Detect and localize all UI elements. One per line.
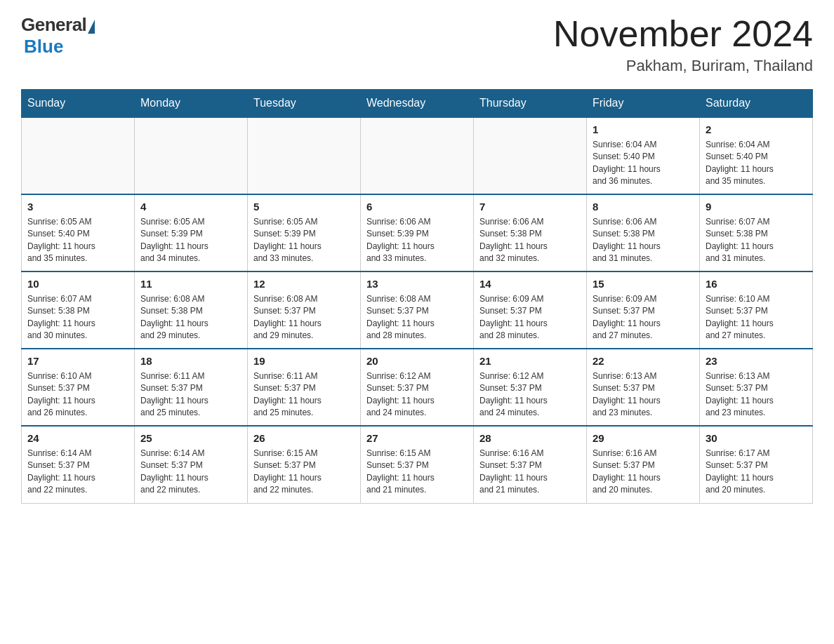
- calendar-subtitle: Pakham, Buriram, Thailand: [553, 57, 813, 75]
- day-info: Sunrise: 6:04 AM Sunset: 5:40 PM Dayligh…: [593, 139, 694, 188]
- calendar-cell: 6Sunrise: 6:06 AM Sunset: 5:39 PM Daylig…: [361, 194, 474, 271]
- calendar-cell: 4Sunrise: 6:05 AM Sunset: 5:39 PM Daylig…: [135, 194, 248, 271]
- day-number: 10: [27, 276, 128, 292]
- day-number: 5: [253, 199, 355, 215]
- calendar-cell: [22, 117, 135, 194]
- calendar-cell: 30Sunrise: 6:17 AM Sunset: 5:37 PM Dayli…: [700, 426, 813, 503]
- day-info: Sunrise: 6:11 AM Sunset: 5:37 PM Dayligh…: [140, 370, 241, 420]
- calendar-cell: 14Sunrise: 6:09 AM Sunset: 5:37 PM Dayli…: [474, 271, 587, 349]
- day-number: 13: [366, 276, 468, 292]
- day-info: Sunrise: 6:13 AM Sunset: 5:37 PM Dayligh…: [593, 370, 694, 420]
- calendar-cell: 9Sunrise: 6:07 AM Sunset: 5:38 PM Daylig…: [700, 194, 813, 271]
- calendar-cell: 5Sunrise: 6:05 AM Sunset: 5:39 PM Daylig…: [248, 194, 361, 271]
- day-info: Sunrise: 6:15 AM Sunset: 5:37 PM Dayligh…: [366, 448, 468, 497]
- day-info: Sunrise: 6:10 AM Sunset: 5:37 PM Dayligh…: [706, 293, 807, 342]
- calendar-cell: 20Sunrise: 6:12 AM Sunset: 5:37 PM Dayli…: [361, 349, 474, 426]
- calendar-header: Sunday Monday Tuesday Wednesday Thursday…: [22, 90, 813, 118]
- day-info: Sunrise: 6:12 AM Sunset: 5:37 PM Dayligh…: [479, 370, 581, 420]
- day-number: 8: [593, 199, 694, 215]
- header-tuesday: Tuesday: [248, 90, 361, 118]
- calendar-cell: 22Sunrise: 6:13 AM Sunset: 5:37 PM Dayli…: [587, 349, 700, 426]
- day-number: 6: [366, 199, 468, 215]
- day-number: 7: [479, 199, 581, 215]
- day-info: Sunrise: 6:06 AM Sunset: 5:39 PM Dayligh…: [366, 216, 468, 265]
- day-info: Sunrise: 6:08 AM Sunset: 5:38 PM Dayligh…: [140, 293, 241, 342]
- header-wednesday: Wednesday: [361, 90, 474, 118]
- day-number: 14: [479, 276, 581, 292]
- calendar-cell: 27Sunrise: 6:15 AM Sunset: 5:37 PM Dayli…: [361, 426, 474, 503]
- calendar-cell: 17Sunrise: 6:10 AM Sunset: 5:37 PM Dayli…: [22, 349, 135, 426]
- day-number: 23: [706, 354, 807, 369]
- calendar-title: November 2024: [553, 14, 813, 54]
- week-row-2: 10Sunrise: 6:07 AM Sunset: 5:38 PM Dayli…: [22, 271, 813, 349]
- week-row-4: 24Sunrise: 6:14 AM Sunset: 5:37 PM Dayli…: [22, 426, 813, 503]
- day-number: 25: [140, 431, 241, 446]
- calendar-cell: 3Sunrise: 6:05 AM Sunset: 5:40 PM Daylig…: [22, 194, 135, 271]
- day-number: 29: [593, 431, 694, 446]
- calendar-cell: 25Sunrise: 6:14 AM Sunset: 5:37 PM Dayli…: [135, 426, 248, 503]
- logo: General Blue: [21, 14, 95, 58]
- calendar-cell: 26Sunrise: 6:15 AM Sunset: 5:37 PM Dayli…: [248, 426, 361, 503]
- day-info: Sunrise: 6:07 AM Sunset: 5:38 PM Dayligh…: [706, 216, 807, 265]
- day-number: 22: [593, 354, 694, 369]
- day-number: 11: [140, 276, 241, 292]
- calendar-cell: [135, 117, 248, 194]
- day-info: Sunrise: 6:14 AM Sunset: 5:37 PM Dayligh…: [27, 448, 128, 497]
- calendar-cell: 23Sunrise: 6:13 AM Sunset: 5:37 PM Dayli…: [700, 349, 813, 426]
- day-number: 27: [366, 431, 468, 446]
- logo-general-text: General: [21, 14, 86, 36]
- calendar-cell: 7Sunrise: 6:06 AM Sunset: 5:38 PM Daylig…: [474, 194, 587, 271]
- day-info: Sunrise: 6:04 AM Sunset: 5:40 PM Dayligh…: [706, 139, 807, 188]
- day-number: 4: [140, 199, 241, 215]
- logo-triangle-icon: [88, 20, 95, 34]
- header-thursday: Thursday: [474, 90, 587, 118]
- day-number: 2: [706, 122, 807, 137]
- day-number: 12: [253, 276, 355, 292]
- day-info: Sunrise: 6:09 AM Sunset: 5:37 PM Dayligh…: [593, 293, 694, 342]
- header-friday: Friday: [587, 90, 700, 118]
- day-info: Sunrise: 6:08 AM Sunset: 5:37 PM Dayligh…: [366, 293, 468, 342]
- header-saturday: Saturday: [700, 90, 813, 118]
- week-row-3: 17Sunrise: 6:10 AM Sunset: 5:37 PM Dayli…: [22, 349, 813, 426]
- day-number: 28: [479, 431, 581, 446]
- day-info: Sunrise: 6:16 AM Sunset: 5:37 PM Dayligh…: [479, 448, 581, 497]
- calendar-table: Sunday Monday Tuesday Wednesday Thursday…: [21, 89, 813, 504]
- day-number: 26: [253, 431, 355, 446]
- calendar-cell: [248, 117, 361, 194]
- header-sunday: Sunday: [22, 90, 135, 118]
- page-header: General Blue November 2024 Pakham, Burir…: [21, 14, 813, 75]
- day-number: 17: [27, 354, 128, 369]
- day-info: Sunrise: 6:05 AM Sunset: 5:39 PM Dayligh…: [253, 216, 355, 265]
- calendar-body: 1Sunrise: 6:04 AM Sunset: 5:40 PM Daylig…: [22, 117, 813, 503]
- calendar-cell: [474, 117, 587, 194]
- day-info: Sunrise: 6:06 AM Sunset: 5:38 PM Dayligh…: [479, 216, 581, 265]
- header-row: Sunday Monday Tuesday Wednesday Thursday…: [22, 90, 813, 118]
- calendar-cell: 16Sunrise: 6:10 AM Sunset: 5:37 PM Dayli…: [700, 271, 813, 349]
- day-number: 24: [27, 431, 128, 446]
- calendar-cell: 19Sunrise: 6:11 AM Sunset: 5:37 PM Dayli…: [248, 349, 361, 426]
- day-info: Sunrise: 6:05 AM Sunset: 5:39 PM Dayligh…: [140, 216, 241, 265]
- week-row-1: 3Sunrise: 6:05 AM Sunset: 5:40 PM Daylig…: [22, 194, 813, 271]
- day-info: Sunrise: 6:13 AM Sunset: 5:37 PM Dayligh…: [706, 370, 807, 420]
- day-info: Sunrise: 6:05 AM Sunset: 5:40 PM Dayligh…: [27, 216, 128, 265]
- day-number: 3: [27, 199, 128, 215]
- day-number: 21: [479, 354, 581, 369]
- header-monday: Monday: [135, 90, 248, 118]
- day-number: 1: [593, 122, 694, 137]
- calendar-cell: 8Sunrise: 6:06 AM Sunset: 5:38 PM Daylig…: [587, 194, 700, 271]
- day-info: Sunrise: 6:16 AM Sunset: 5:37 PM Dayligh…: [593, 448, 694, 497]
- day-number: 19: [253, 354, 355, 369]
- calendar-cell: 29Sunrise: 6:16 AM Sunset: 5:37 PM Dayli…: [587, 426, 700, 503]
- day-info: Sunrise: 6:06 AM Sunset: 5:38 PM Dayligh…: [593, 216, 694, 265]
- day-info: Sunrise: 6:15 AM Sunset: 5:37 PM Dayligh…: [253, 448, 355, 497]
- logo-blue-text: Blue: [24, 36, 63, 58]
- calendar-cell: 28Sunrise: 6:16 AM Sunset: 5:37 PM Dayli…: [474, 426, 587, 503]
- calendar-cell: 10Sunrise: 6:07 AM Sunset: 5:38 PM Dayli…: [22, 271, 135, 349]
- calendar-cell: 15Sunrise: 6:09 AM Sunset: 5:37 PM Dayli…: [587, 271, 700, 349]
- day-number: 20: [366, 354, 468, 369]
- day-info: Sunrise: 6:14 AM Sunset: 5:37 PM Dayligh…: [140, 448, 241, 497]
- day-number: 15: [593, 276, 694, 292]
- calendar-cell: 13Sunrise: 6:08 AM Sunset: 5:37 PM Dayli…: [361, 271, 474, 349]
- title-area: November 2024 Pakham, Buriram, Thailand: [553, 14, 813, 75]
- day-number: 16: [706, 276, 807, 292]
